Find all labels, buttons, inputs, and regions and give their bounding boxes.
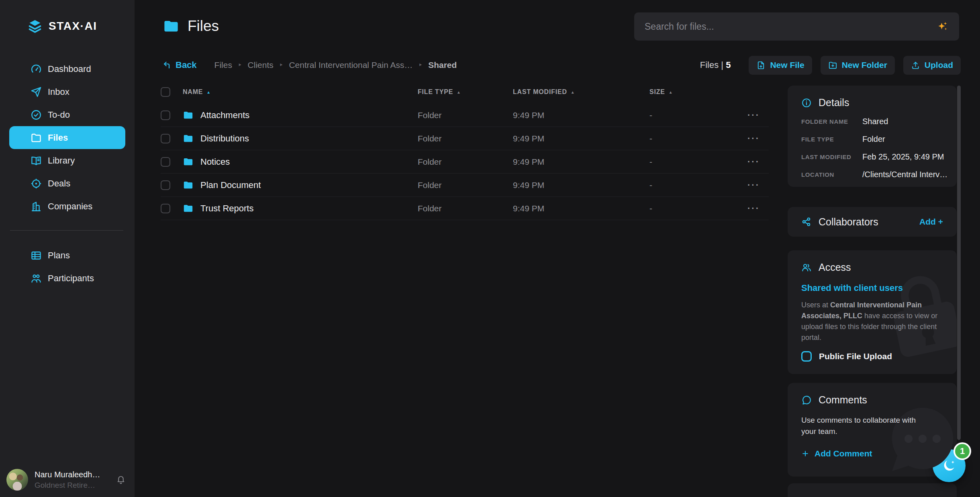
secondary-nav: Plans Participants <box>9 244 125 290</box>
comments-title: Comments <box>819 394 867 406</box>
row-checkbox[interactable] <box>161 204 170 213</box>
table-row[interactable]: Plan Document Folder 9:49 PM - ··· <box>161 174 769 197</box>
access-panel: Access Shared with client users Users at… <box>788 250 957 374</box>
add-comment-button[interactable]: Add Comment <box>801 449 943 458</box>
row-checkbox[interactable] <box>161 157 170 167</box>
column-header-size[interactable]: SIZE ▲ <box>649 88 731 96</box>
breadcrumb-client-name[interactable]: Central Interventional Pain Ass… <box>289 60 412 70</box>
back-button[interactable]: Back <box>163 60 197 70</box>
page-title-text: Files <box>188 18 219 35</box>
detail-field: LAST MODIFIED Feb 25, 2025, 9:49 PM <box>801 152 943 162</box>
folder-icon <box>183 180 194 190</box>
breadcrumb-clients[interactable]: Clients <box>248 60 274 70</box>
sort-asc-icon: ▲ <box>669 90 673 94</box>
ai-sparkle-icon[interactable] <box>937 20 949 33</box>
breadcrumb-files[interactable]: Files <box>214 60 232 70</box>
file-type: Folder <box>418 204 442 213</box>
sidebar-item-label: Plans <box>48 250 70 261</box>
collaborators-panel: Collaborators Add + <box>788 207 957 237</box>
file-name: Distributions <box>200 133 249 144</box>
user-profile[interactable]: Naru Muraleedh… Goldnest Retire… <box>6 469 129 491</box>
next-panel-partial <box>788 483 957 497</box>
detail-field: FOLDER NAME Shared <box>801 117 943 126</box>
sidebar: STAX·AI Dashboard Inbox <box>0 0 135 497</box>
details-title: Details <box>819 97 849 108</box>
file-type: Folder <box>418 180 442 190</box>
sidebar-item-todo[interactable]: To-do <box>9 103 125 126</box>
sidebar-item-companies[interactable]: Companies <box>9 195 125 218</box>
table-icon <box>31 250 42 261</box>
more-options-icon[interactable]: ··· <box>747 180 760 190</box>
new-folder-label: New Folder <box>842 60 887 70</box>
toolbar-actions: Files | 5 New File New Folder <box>700 56 961 75</box>
breadcrumb-separator-icon: ‣ <box>419 61 423 70</box>
table-header: NAME ▲ FILE TYPE ▲ LAST MODIFIED ▲ SIZE <box>161 80 769 104</box>
file-type: Folder <box>418 110 442 120</box>
sidebar-item-inbox[interactable]: Inbox <box>9 80 125 103</box>
user-texts: Naru Muraleedh… Goldnest Retire… <box>35 470 105 490</box>
row-checkbox[interactable] <box>161 180 170 190</box>
table-row[interactable]: Trust Reports Folder 9:49 PM - ··· <box>161 197 769 220</box>
bell-icon[interactable] <box>116 475 126 485</box>
select-all-checkbox[interactable] <box>161 87 170 97</box>
panel-scrollbar[interactable] <box>957 86 961 440</box>
folder-icon <box>183 203 194 214</box>
more-options-icon[interactable]: ··· <box>747 157 760 167</box>
sort-asc-icon: ▲ <box>571 90 575 94</box>
breadcrumb: Files ‣ Clients ‣ Central Interventional… <box>214 60 457 70</box>
building-icon <box>31 201 42 212</box>
breadcrumb-separator-icon: ‣ <box>279 61 284 70</box>
primary-nav: Dashboard Inbox To-do <box>9 57 125 218</box>
sidebar-item-deals[interactable]: Deals <box>9 172 125 195</box>
column-header-lastmodified[interactable]: LAST MODIFIED ▲ <box>513 88 649 96</box>
folder-icon <box>183 133 194 144</box>
column-label: NAME <box>183 88 203 96</box>
sidebar-item-label: Files <box>48 133 68 143</box>
back-label: Back <box>176 60 197 70</box>
shared-with-client-users-link[interactable]: Shared with client users <box>801 283 943 293</box>
sidebar-item-dashboard[interactable]: Dashboard <box>9 57 125 80</box>
people-icon <box>31 273 42 284</box>
new-folder-button[interactable]: New Folder <box>821 56 895 75</box>
sidebar-item-participants[interactable]: Participants <box>9 267 125 290</box>
column-header-filetype[interactable]: FILE TYPE ▲ <box>418 88 513 96</box>
back-arrow-icon <box>163 61 172 70</box>
access-text: Users at <box>801 301 830 309</box>
row-checkbox[interactable] <box>161 110 170 120</box>
add-comment-label: Add Comment <box>815 449 872 458</box>
search-bar <box>634 12 959 41</box>
public-file-upload-checkbox[interactable] <box>801 351 812 362</box>
comments-panel: Comments Use comments to collaborate wit… <box>788 383 957 477</box>
table-row[interactable]: Attachments Folder 9:49 PM - ··· <box>161 104 769 127</box>
row-checkbox[interactable] <box>161 134 170 143</box>
more-options-icon[interactable]: ··· <box>747 133 760 143</box>
sidebar-item-files[interactable]: Files <box>9 126 125 149</box>
detail-value: /Clients/Central Interv… <box>862 170 947 179</box>
add-collaborator-button[interactable]: Add + <box>919 217 943 227</box>
detail-label: LOCATION <box>801 171 862 178</box>
table-row[interactable]: Notices Folder 9:49 PM - ··· <box>161 150 769 174</box>
table-row[interactable]: Distributions Folder 9:49 PM - ··· <box>161 127 769 150</box>
file-type: Folder <box>418 157 442 166</box>
sidebar-item-plans[interactable]: Plans <box>9 244 125 267</box>
upload-icon <box>911 61 920 70</box>
book-icon <box>31 155 42 166</box>
more-options-icon[interactable]: ··· <box>747 110 760 120</box>
detail-label: FILE TYPE <box>801 136 862 143</box>
new-file-button[interactable]: New File <box>749 56 812 75</box>
breadcrumb-current: Shared <box>428 60 457 70</box>
upload-button[interactable]: Upload <box>903 56 961 75</box>
file-modified: 9:49 PM <box>513 110 544 120</box>
send-icon <box>31 86 42 98</box>
file-name: Notices <box>200 157 230 167</box>
new-file-label: New File <box>770 60 804 70</box>
column-header-name[interactable]: NAME ▲ <box>183 88 211 96</box>
file-modified: 9:49 PM <box>513 204 544 213</box>
sidebar-item-library[interactable]: Library <box>9 149 125 172</box>
file-count-label: Files | <box>700 60 723 70</box>
more-options-icon[interactable]: ··· <box>747 203 760 213</box>
file-modified: 9:49 PM <box>513 134 544 143</box>
detail-label: FOLDER NAME <box>801 118 862 125</box>
search-input[interactable] <box>645 21 937 32</box>
folder-icon <box>163 18 180 35</box>
